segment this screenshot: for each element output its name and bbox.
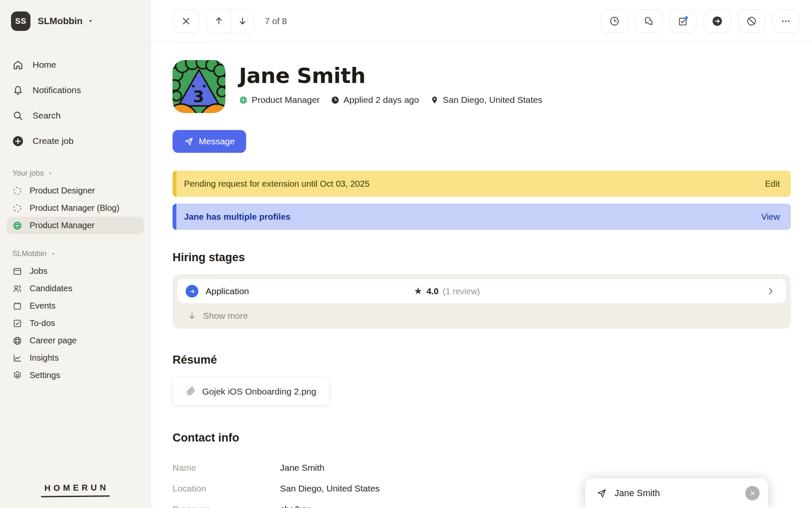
gear-icon [12, 370, 22, 381]
hiring-stages-title: Hiring stages [173, 251, 791, 264]
field-label: Location [173, 483, 280, 494]
sidebar-item-notifications[interactable]: Notifications [7, 77, 144, 103]
location-meta: San Diego, United States [430, 95, 543, 105]
sidebar-item-jobs[interactable]: Jobs [7, 262, 144, 280]
sidebar-item-label: To-dos [30, 318, 55, 328]
view-profiles-button[interactable]: View [761, 212, 780, 222]
message-button[interactable]: Message [173, 130, 246, 153]
home-icon [12, 59, 24, 71]
resume-title: Résumé [173, 353, 791, 367]
ban-icon [746, 16, 757, 27]
field-value: San Diego, United States [280, 483, 380, 494]
candidate-toolbar: 7 of 8 [151, 0, 812, 42]
history-button[interactable] [601, 9, 628, 33]
calendar-icon [12, 301, 22, 311]
svg-text:3: 3 [193, 87, 204, 106]
meta-applied: Applied 2 days ago [343, 95, 419, 105]
banner-stripe [173, 204, 176, 230]
live-job-globe-icon [12, 221, 22, 231]
chevron-down-icon [88, 18, 93, 24]
globe-icon [12, 336, 22, 346]
stage-status-icon [186, 285, 198, 298]
hiring-stages-card: Application ★ 4.0 (1 review) Show more [173, 274, 791, 329]
sidebar-item-label: Jobs [30, 266, 47, 276]
previous-candidate-button[interactable] [207, 9, 230, 33]
sidebar-item-label: Home [33, 60, 56, 70]
section-label: Your jobs [12, 169, 44, 178]
conversations-button[interactable] [635, 9, 662, 33]
paperclip-icon [185, 386, 196, 397]
banner-stripe [173, 171, 176, 197]
sidebar-item-home[interactable]: Home [7, 52, 144, 77]
stage-row-application[interactable]: Application ★ 4.0 (1 review) [177, 279, 786, 304]
jobs-icon [12, 266, 22, 276]
candidate-profile: 3 Jane Smith Product Manager Applied 2 d… [151, 42, 812, 508]
banner-text: Pending request for extension until Oct … [184, 179, 370, 189]
sidebar-item-career-page[interactable]: Career page [7, 332, 144, 349]
resume-section: Résumé Gojek iOS Onboarding 2.png [173, 353, 791, 405]
homerun-logo: HOMERUN [0, 483, 151, 497]
section-label: SLMobbin [12, 249, 47, 258]
company-section-toggle[interactable]: SLMobbin [0, 249, 151, 258]
chevron-right-icon [766, 287, 775, 296]
sidebar: SS SLMobbin Home Notifications Search Cr… [0, 0, 151, 508]
composer-recipient: Jane Smith [614, 488, 660, 499]
candidate-counter: 7 of 8 [265, 16, 287, 26]
map-pin-icon [430, 96, 439, 105]
toolbar-actions [601, 9, 799, 33]
arrow-down-icon [187, 311, 197, 320]
sidebar-item-create-job[interactable]: Create job [7, 128, 144, 154]
workspace-switcher[interactable]: SS SLMobbin [0, 0, 151, 42]
arrow-up-icon [214, 16, 224, 26]
your-jobs-section-toggle[interactable]: Your jobs [0, 169, 151, 178]
sidebar-item-insights[interactable]: Insights [7, 349, 144, 367]
workspace-logo: SS [11, 11, 30, 31]
resume-file-card[interactable]: Gojek iOS Onboarding 2.png [173, 378, 329, 405]
disqualify-button[interactable] [738, 9, 765, 33]
sidebar-job-product-manager[interactable]: Product Manager [7, 217, 144, 234]
sidebar-job-product-manager-blog[interactable]: Product Manager (Blog) [7, 199, 144, 217]
composer-close-button[interactable] [745, 486, 760, 500]
move-stage-button[interactable] [704, 9, 731, 33]
candidate-pager [206, 9, 255, 33]
pending-extension-banner: Pending request for extension until Oct … [173, 171, 791, 197]
show-more-stages-button[interactable]: Show more [177, 304, 786, 329]
next-candidate-button[interactable] [230, 9, 254, 33]
plus-circle-icon [12, 135, 24, 147]
rating-review-count: (1 review) [443, 287, 480, 296]
live-job-globe-icon [239, 96, 248, 105]
draft-job-icon [12, 186, 22, 196]
message-button-label: Message [199, 136, 235, 146]
show-more-label: Show more [203, 311, 248, 321]
todo-button[interactable] [669, 9, 697, 33]
meta-location: San Diego, United States [443, 95, 543, 105]
sidebar-item-todos[interactable]: To-dos [7, 315, 144, 332]
job-label: Product Designer [30, 186, 95, 196]
sidebar-item-label: Notifications [33, 85, 81, 95]
rating-score: 4.0 [426, 286, 439, 296]
close-icon [181, 16, 192, 27]
clock-filled-icon [331, 96, 340, 105]
sidebar-item-events[interactable]: Events [7, 297, 144, 315]
sidebar-item-search[interactable]: Search [7, 103, 144, 128]
main-area: 7 of 8 [151, 0, 812, 508]
more-options-button[interactable] [772, 9, 799, 33]
arrow-down-icon [237, 16, 248, 26]
candidate-meta: Product Manager Applied 2 days ago San D… [239, 95, 543, 105]
sidebar-item-settings[interactable]: Settings [7, 367, 144, 384]
edit-extension-button[interactable]: Edit [765, 179, 780, 189]
field-label: Pronouns [173, 504, 280, 508]
minimized-composer[interactable]: Jane Smith [585, 478, 768, 508]
star-icon: ★ [414, 287, 422, 296]
contact-info-title: Contact info [173, 431, 791, 444]
workspace-name: SLMobbin [38, 16, 82, 27]
candidates-icon [12, 284, 22, 294]
sidebar-job-product-designer[interactable]: Product Designer [7, 182, 144, 199]
avatar: 3 [173, 60, 225, 113]
sidebar-item-label: Career page [30, 336, 77, 345]
stage-rating: ★ 4.0 (1 review) [414, 286, 480, 296]
close-candidate-button[interactable] [173, 9, 200, 33]
sidebar-item-candidates[interactable]: Candidates [7, 280, 144, 297]
meta-job-title: Product Manager [252, 95, 320, 105]
chat-bubbles-icon [643, 16, 654, 27]
